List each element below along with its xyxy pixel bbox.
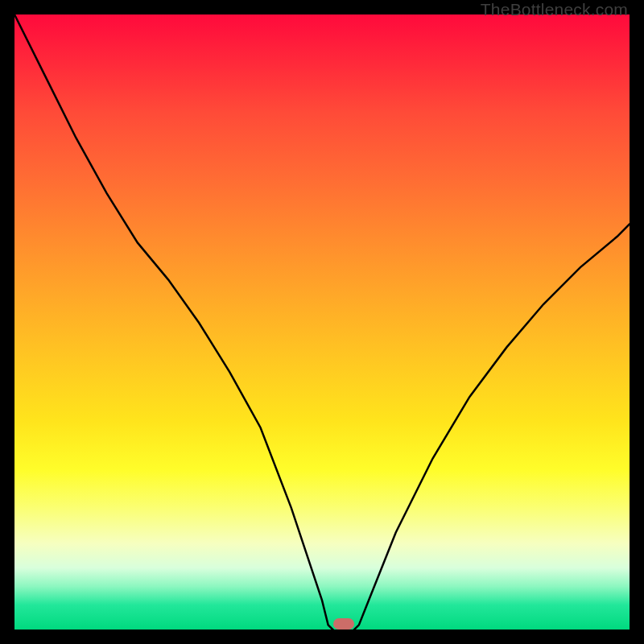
optimal-marker	[333, 618, 354, 630]
bottleneck-curve	[14, 14, 630, 631]
chart-container: TheBottleneck.com	[0, 0, 644, 644]
watermark-text: TheBottleneck.com	[481, 0, 628, 19]
plot-area	[14, 14, 630, 630]
